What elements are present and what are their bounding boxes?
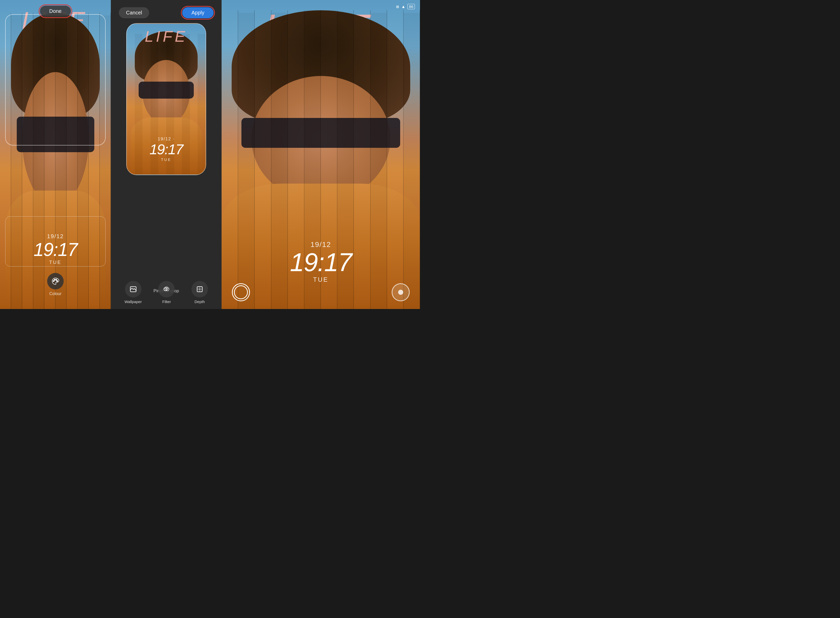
left-time-hour: 19:17 bbox=[0, 240, 111, 259]
colour-button-container: Colour bbox=[47, 273, 64, 296]
apply-button[interactable]: Apply bbox=[182, 7, 214, 18]
toolbar-item-depth[interactable]: Depth bbox=[191, 281, 208, 304]
middle-panel: Cancel Apply bbox=[111, 0, 222, 309]
svg-point-9 bbox=[398, 290, 403, 295]
middle-preview-hour: 19:17 bbox=[127, 142, 206, 157]
filter-icon-circle bbox=[158, 281, 175, 297]
filter-icon bbox=[162, 285, 170, 293]
battery-x-icon: ⊠ bbox=[396, 4, 399, 9]
colour-label: Colour bbox=[49, 291, 61, 296]
colour-button[interactable] bbox=[47, 273, 64, 290]
cancel-button[interactable]: Cancel bbox=[119, 7, 149, 18]
record-button[interactable] bbox=[232, 283, 250, 301]
toolbar-item-wallpaper[interactable]: Wallpaper bbox=[124, 281, 142, 304]
done-button[interactable]: Done bbox=[40, 6, 71, 17]
right-time-widget: 19/12 19:17 TUE bbox=[222, 241, 420, 283]
wifi-icon: ▲ bbox=[401, 4, 405, 9]
svg-point-1 bbox=[54, 279, 55, 281]
depth-icon bbox=[196, 285, 204, 293]
wallpaper-label: Wallpaper bbox=[124, 300, 142, 304]
toolbar-item-filter[interactable]: Filter bbox=[158, 281, 175, 304]
camera-shutter-button[interactable] bbox=[392, 283, 410, 301]
svg-point-3 bbox=[57, 281, 58, 282]
battery-level: 86 bbox=[407, 4, 415, 9]
wallpaper-icon-circle bbox=[125, 281, 141, 297]
right-camera-buttons bbox=[222, 283, 420, 301]
depth-label: Depth bbox=[195, 300, 205, 304]
wallpaper-icon bbox=[130, 285, 137, 293]
right-panel: LIFE ⊠ ▲ 86 19/12 19:17 TUE bbox=[222, 0, 420, 309]
done-button-container: Done bbox=[40, 6, 71, 17]
left-time-widget: 19/12 19:17 TUE bbox=[0, 233, 111, 265]
middle-preview-date: 19/12 · bbox=[127, 137, 206, 142]
depth-icon-circle bbox=[191, 281, 208, 297]
middle-phone-preview[interactable]: LIFE 19/12 · 19:17 TUE bbox=[126, 23, 206, 175]
svg-point-2 bbox=[56, 279, 57, 281]
colour-icon bbox=[52, 277, 59, 285]
left-time-day: TUE bbox=[0, 260, 111, 265]
camera-shutter-icon bbox=[396, 288, 405, 296]
middle-preview-time: 19/12 · 19:17 TUE bbox=[127, 137, 206, 162]
middle-preview-title: LIFE bbox=[127, 28, 206, 45]
bottom-toolbar: Wallpaper Filter Depth bbox=[111, 276, 221, 309]
right-time-day: TUE bbox=[222, 276, 420, 283]
status-bar: ⊠ ▲ 86 bbox=[396, 4, 415, 9]
middle-header: Cancel Apply bbox=[111, 7, 221, 18]
left-panel: LIFE Done 19/12 19:17 TUE Colour bbox=[0, 0, 111, 309]
filter-label: Filter bbox=[162, 300, 171, 304]
left-time-date: 19/12 bbox=[0, 233, 111, 240]
svg-point-0 bbox=[53, 281, 54, 282]
middle-preview-day: TUE bbox=[127, 157, 206, 162]
record-button-inner bbox=[234, 285, 248, 299]
right-time-hour: 19:17 bbox=[222, 249, 420, 275]
right-time-date: 19/12 bbox=[222, 241, 420, 249]
